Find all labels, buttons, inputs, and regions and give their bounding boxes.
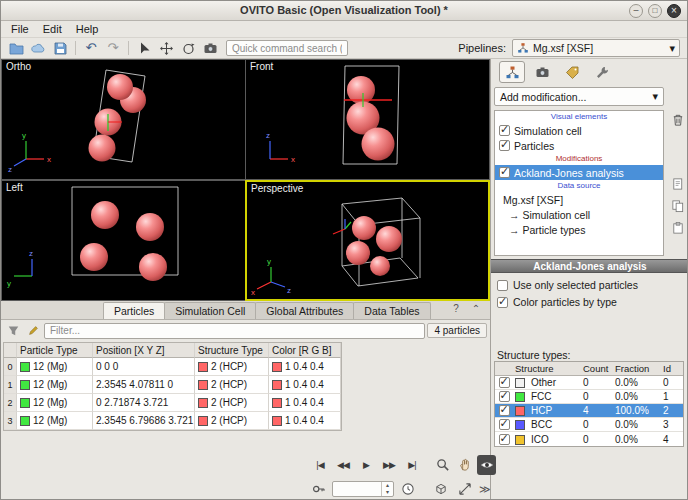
viewport-left[interactable]: Left y z xyxy=(1,180,246,301)
pan-hand-button[interactable] xyxy=(455,455,474,475)
pipeline-item-source-cell[interactable]: → Simulation cell xyxy=(495,207,663,222)
structure-row-fcc[interactable]: FCC 0 0.0% 1 xyxy=(495,390,683,404)
table-row[interactable]: 1 12 (Mg) 2.3545 4.07811 0 2 (HCP) 1 0.4… xyxy=(4,376,341,394)
menu-edit[interactable]: Edit xyxy=(36,22,69,36)
pipeline-selector[interactable]: Mg.xsf [XSF] ▾ xyxy=(512,39,680,57)
goto-start-button[interactable]: |◀ xyxy=(309,455,331,475)
column-header[interactable]: Count xyxy=(581,363,613,374)
overlays-tab[interactable] xyxy=(559,61,585,83)
viewport-label[interactable]: Ortho xyxy=(6,61,31,72)
viewport-left-scene: y z xyxy=(2,181,245,300)
quick-command-search-input[interactable] xyxy=(226,40,348,56)
spin-down-icon[interactable]: ▾ xyxy=(386,489,389,496)
structure-row-other[interactable]: Other 0 0.0% 0 xyxy=(495,376,683,390)
checkbox-unchecked[interactable] xyxy=(497,280,508,291)
checkbox-checked[interactable] xyxy=(497,297,508,308)
auto-key-button[interactable] xyxy=(309,479,328,499)
column-header[interactable]: Id xyxy=(661,363,683,374)
particle-sphere xyxy=(80,243,108,271)
tab-simulation-cell[interactable]: Simulation Cell xyxy=(164,302,256,319)
menu-help[interactable]: Help xyxy=(69,22,106,36)
spin-up-icon[interactable]: ▴ xyxy=(386,482,389,489)
pipeline-item-source-types[interactable]: → Particle types xyxy=(495,222,663,237)
redo-button[interactable]: ↷ xyxy=(103,39,123,57)
use-only-selected-option[interactable]: Use only selected particles xyxy=(497,279,638,291)
pipeline-item-file-source[interactable]: Mg.xsf [XSF] xyxy=(495,192,663,207)
maximize-viewport-button[interactable] xyxy=(455,479,474,499)
checkbox-checked[interactable] xyxy=(499,140,510,151)
column-header[interactable]: Particle Type xyxy=(17,343,93,358)
titlebar[interactable]: OVITO Basic (Open Visualization Tool) * xyxy=(1,1,687,21)
tab-data-tables[interactable]: Data Tables xyxy=(353,302,430,319)
save-file-button[interactable] xyxy=(50,39,70,57)
checkbox-checked[interactable] xyxy=(499,391,510,402)
color-by-type-option[interactable]: Color particles by type xyxy=(497,296,617,308)
orbit-mode-button[interactable] xyxy=(178,39,198,57)
structure-row-hcp[interactable]: HCP 4 100.0% 2 xyxy=(495,404,683,418)
column-header[interactable]: Structure Type xyxy=(195,343,269,358)
spinner-arrows[interactable]: ▴▾ xyxy=(381,482,393,496)
animation-settings-button[interactable] xyxy=(398,479,417,499)
play-button[interactable]: ▶ xyxy=(355,455,377,475)
menu-file[interactable]: File xyxy=(4,22,36,36)
filter-expression-button[interactable] xyxy=(24,322,42,339)
goto-end-button[interactable]: ▶| xyxy=(401,455,423,475)
open-file-button[interactable] xyxy=(6,39,26,57)
undo-button[interactable]: ↶ xyxy=(81,39,101,57)
render-preview-button[interactable] xyxy=(477,455,496,475)
zoom-mode-button[interactable] xyxy=(433,455,452,475)
close-button[interactable] xyxy=(667,4,681,18)
rendering-tab[interactable] xyxy=(529,61,555,83)
structure-row-ico[interactable]: ICO 0 0.0% 4 xyxy=(495,432,683,446)
prev-frame-button[interactable]: ◀◀ xyxy=(332,455,354,475)
table-row[interactable]: 2 12 (Mg) 0 2.71874 3.721 2 (HCP) 1 0.4 … xyxy=(4,394,341,412)
filter-input[interactable] xyxy=(44,323,425,339)
pipeline-tab[interactable] xyxy=(499,61,525,83)
viewport-label[interactable]: Front xyxy=(250,61,273,72)
modifier-panel-title[interactable]: Ackland-Jones analysis xyxy=(491,259,688,273)
viewport-perspective[interactable]: Perspective x y z xyxy=(245,180,490,301)
column-header[interactable]: Color [R G B] xyxy=(269,343,341,358)
viewport-ortho[interactable]: Ortho x y z xyxy=(1,59,246,180)
open-remote-file-button[interactable] xyxy=(28,39,48,57)
copy-pipeline-button[interactable] xyxy=(668,196,687,215)
screenshot-button[interactable] xyxy=(200,39,220,57)
toggle-modifier-button[interactable] xyxy=(668,174,687,193)
checkbox-checked[interactable] xyxy=(499,434,510,445)
structure-row-bcc[interactable]: BCC 0 0.0% 3 xyxy=(495,418,683,432)
tab-particles[interactable]: Particles xyxy=(103,302,165,319)
viewport-label[interactable]: Left xyxy=(6,182,23,193)
delete-modifier-button[interactable] xyxy=(668,110,687,129)
pan-mode-button[interactable] xyxy=(156,39,176,57)
pipeline-item-ackland-jones[interactable]: Ackland-Jones analysis xyxy=(495,165,663,180)
minimize-button[interactable] xyxy=(629,4,643,18)
snapshot-pipeline-button[interactable] xyxy=(668,218,687,237)
frame-spinner[interactable]: ▴▾ xyxy=(332,481,394,497)
maximize-button[interactable] xyxy=(648,4,662,18)
tab-global-attributes[interactable]: Global Attributes xyxy=(255,302,354,319)
next-frame-button[interactable]: ▶▶ xyxy=(378,455,400,475)
column-header[interactable]: Structure xyxy=(513,363,581,374)
collapse-panel-button[interactable]: ⌃ xyxy=(468,303,484,318)
color-swatch xyxy=(198,398,208,408)
help-button[interactable]: ? xyxy=(448,303,464,318)
checkbox-checked[interactable] xyxy=(499,405,510,416)
table-row[interactable]: 3 12 (Mg) 2.3545 6.79686 3.721 2 (HCP) 1… xyxy=(4,412,341,430)
filter-mode-button[interactable] xyxy=(4,322,22,339)
utilities-tab[interactable] xyxy=(589,61,615,83)
viewport-label[interactable]: Perspective xyxy=(251,183,303,194)
column-header[interactable]: Fraction xyxy=(613,363,661,374)
checkbox-checked[interactable] xyxy=(499,419,510,430)
table-row[interactable]: 0 12 (Mg) 0 0 0 2 (HCP) 1 0.4 0.4 xyxy=(4,358,341,376)
zoom-scene-extents-button[interactable] xyxy=(431,479,450,499)
expand-panel-button[interactable]: ≫ xyxy=(479,483,491,496)
checkbox-checked[interactable] xyxy=(499,125,510,136)
add-modification-dropdown[interactable]: Add modification... ▾ xyxy=(494,87,664,106)
checkbox-checked[interactable] xyxy=(499,167,510,178)
column-header[interactable]: Position [X Y Z] xyxy=(93,343,195,358)
select-mode-button[interactable] xyxy=(134,39,154,57)
checkbox-checked[interactable] xyxy=(499,377,510,388)
viewport-front[interactable]: Front x z xyxy=(245,59,490,180)
pipeline-item-simulation-cell[interactable]: Simulation cell xyxy=(495,123,663,138)
pipeline-item-particles[interactable]: Particles xyxy=(495,138,663,153)
